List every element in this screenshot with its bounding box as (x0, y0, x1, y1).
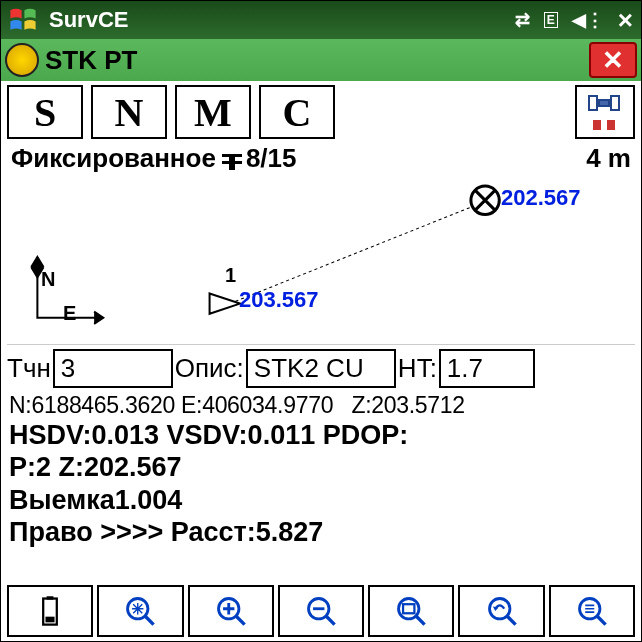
target-elevation: 202.567 (501, 185, 581, 211)
zoom-out-button[interactable] (278, 585, 364, 637)
distance-scale: 4 m (586, 143, 631, 174)
main-toolbar: S N M C (1, 81, 641, 141)
zoom-previous-button[interactable] (458, 585, 544, 637)
connectivity-icon[interactable]: ⇄ (515, 9, 530, 31)
svg-rect-8 (46, 617, 55, 623)
east-label: E (63, 302, 76, 325)
zoom-window-button[interactable] (368, 585, 454, 637)
system-taskbar: SurvCE ⇄ E ◀⋮ × (1, 1, 641, 39)
point-label: Тчн (7, 353, 51, 384)
ht-input[interactable]: 1.7 (439, 349, 535, 388)
pz-readout: P:2 Z:202.567 (1, 451, 641, 483)
map-view[interactable]: N E 1 203.567 202.567 (7, 176, 635, 345)
north-label: N (41, 268, 55, 291)
n-button[interactable]: N (91, 85, 167, 139)
volume-icon[interactable]: ◀⋮ (572, 9, 604, 31)
input-row: Тчн 3 Опис: STK2 CU HT: 1.7 (1, 345, 641, 392)
svg-rect-3 (593, 120, 601, 130)
svg-rect-2 (611, 96, 619, 110)
svg-rect-0 (599, 100, 609, 106)
taskbar-title: SurvCE (49, 7, 515, 33)
app-icon (5, 43, 39, 77)
app-window: SurvCE ⇄ E ◀⋮ × STK PT ✕ S N M C Фиксиро… (0, 0, 642, 642)
satellite-button[interactable] (575, 85, 635, 139)
svg-rect-1 (589, 96, 597, 110)
current-point-number: 1 (225, 264, 236, 287)
svg-rect-4 (607, 120, 615, 130)
close-system-icon[interactable]: × (618, 5, 633, 36)
bottom-toolbar (1, 581, 641, 641)
status-line: Фиксированное 8/15 4 m (1, 141, 641, 174)
zoom-in-button[interactable] (188, 585, 274, 637)
coordinate-readout: N:6188465.3620 E:406034.9770 Z:203.5712 (1, 392, 641, 419)
direction-readout: Право >>>> Расст:5.827 (1, 516, 641, 548)
current-elevation: 203.567 (239, 287, 319, 313)
cut-readout: Выемка1.004 (1, 484, 641, 516)
m-button[interactable]: M (175, 85, 251, 139)
signal-icon[interactable]: E (544, 12, 558, 28)
svg-rect-13 (403, 604, 414, 613)
fix-status: Фиксированное (11, 143, 216, 174)
app-title: STK PT (45, 45, 589, 76)
battery-button[interactable] (7, 585, 93, 637)
c-button[interactable]: C (259, 85, 335, 139)
ht-label: HT: (398, 353, 437, 384)
desc-input[interactable]: STK2 CU (246, 349, 396, 388)
app-titlebar: STK PT ✕ (1, 39, 641, 81)
point-input[interactable]: 3 (53, 349, 173, 388)
zoom-extents-button[interactable] (97, 585, 183, 637)
satellite-count: 8/15 (222, 143, 297, 174)
s-button[interactable]: S (7, 85, 83, 139)
settings-button[interactable] (549, 585, 635, 637)
quality-readout: HSDV:0.013 VSDV:0.011 PDOP: (1, 419, 641, 451)
satellite-icon (222, 154, 242, 164)
close-button[interactable]: ✕ (589, 42, 637, 78)
svg-rect-7 (47, 596, 54, 599)
desc-label: Опис: (175, 353, 244, 384)
windows-logo-icon[interactable] (9, 6, 37, 34)
